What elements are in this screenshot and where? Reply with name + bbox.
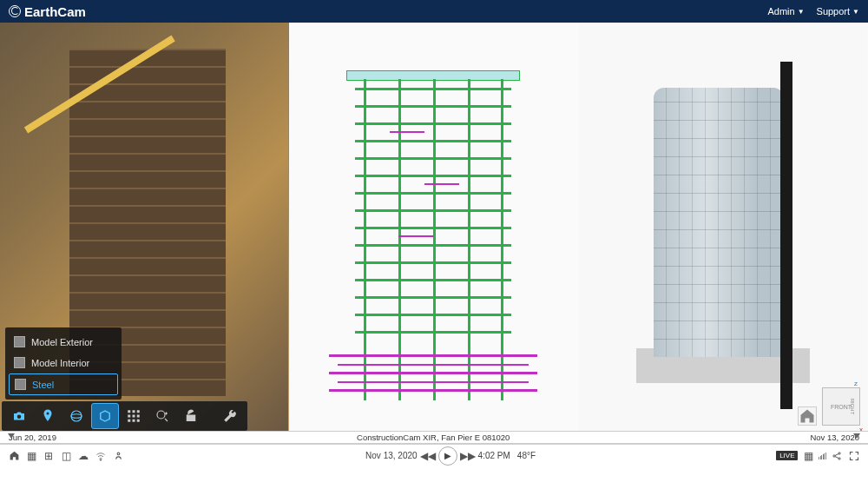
sphere-360-icon (69, 408, 84, 424)
target-plus-icon (155, 408, 170, 424)
camera-icon (11, 408, 27, 424)
home-button[interactable] (7, 449, 21, 463)
render-model (636, 62, 810, 392)
globe-icon (9, 5, 21, 17)
tool-camera-overlay[interactable] (5, 403, 33, 429)
svg-point-7 (838, 457, 840, 459)
layer-item-model-exterior[interactable]: Model Exterior (9, 332, 118, 352)
grid-icon (126, 408, 141, 424)
tool-unlock[interactable] (177, 403, 205, 429)
support-menu[interactable]: Support ▼ (817, 6, 859, 17)
svg-point-5 (833, 454, 835, 456)
cube-3d-icon (97, 408, 113, 424)
wifi-icon (95, 451, 106, 461)
svg-point-6 (838, 452, 840, 453)
control-bar: ▦ ⊞ ◫ ☁ Nov 13, 2020 ◀◀ ▶ ▶▶ 4:02 PM 48°… (0, 444, 868, 466)
grid-button[interactable]: ▦ (24, 449, 38, 463)
next-button[interactable]: ▶▶ (461, 449, 475, 463)
control-group-center: Nov 13, 2020 ◀◀ ▶ ▶▶ 4:02 PM 48°F (365, 446, 536, 466)
location-button[interactable] (111, 449, 125, 463)
layer-item-model-interior[interactable]: Model Interior (9, 353, 118, 373)
cube-icon (14, 357, 25, 368)
brand-logo[interactable]: EarthCam (9, 4, 86, 19)
signal-button[interactable] (94, 449, 108, 463)
svg-point-2 (157, 411, 165, 419)
timeline-bar[interactable]: Jun 20, 2019 ConstructionCam XIR, Fan Pi… (0, 431, 868, 444)
layer-panel: Model Exterior Model Interior Steel (5, 327, 122, 400)
home-icon (799, 407, 816, 425)
timeline-end-handle[interactable] (853, 433, 860, 439)
chevron-down-icon: ▼ (852, 8, 859, 16)
live-badge[interactable]: LIVE (776, 451, 798, 460)
svg-point-0 (71, 411, 82, 421)
map-pin-icon (40, 408, 56, 424)
cube-icon (15, 379, 26, 390)
timeline-end-label: Nov 13, 2020 (810, 433, 859, 442)
thumbnails-button[interactable]: ⊞ (42, 449, 56, 463)
bim-model (355, 53, 511, 400)
tool-map-pin[interactable] (34, 403, 62, 429)
main-viewport: z x FRONT RIGHT Model Exterior Model Int… (0, 23, 868, 431)
timeline-start-label: Jun 20, 2019 (9, 433, 56, 442)
admin-menu[interactable]: Admin ▼ (767, 6, 804, 17)
cloud-button[interactable]: ☁ (76, 449, 90, 463)
playback-time: 4:02 PM (478, 451, 510, 460)
expand-icon (849, 451, 859, 461)
view-home-button[interactable] (798, 406, 817, 426)
cube-icon (14, 336, 25, 347)
playback-date: Nov 13, 2020 (365, 451, 418, 460)
view-panel-render[interactable]: z x FRONT RIGHT (579, 23, 868, 431)
header-bar: EarthCam Admin ▼ Support ▼ (0, 0, 868, 23)
tool-360-view[interactable] (62, 403, 90, 429)
chevron-down-icon: ▼ (798, 8, 805, 16)
speed-indicator[interactable] (819, 453, 826, 459)
timeline-start-handle[interactable] (8, 433, 15, 439)
svg-point-4 (117, 453, 120, 455)
view-cube[interactable]: z x FRONT RIGHT (822, 387, 860, 426)
view-panel-bim[interactable] (289, 23, 578, 431)
brand-text: EarthCam (24, 4, 86, 19)
control-group-right: LIVE ▦ (776, 449, 861, 463)
timeline-camera-label: ConstructionCam XIR, Fan Pier E 081020 (357, 433, 510, 442)
prev-button[interactable]: ◀◀ (421, 449, 435, 463)
play-button[interactable]: ▶ (438, 446, 457, 466)
calendar-button[interactable]: ▦ (801, 449, 815, 463)
tool-grid[interactable] (120, 403, 148, 429)
layer-item-steel[interactable]: Steel (9, 373, 118, 395)
fullscreen-button[interactable] (847, 449, 861, 463)
home-icon (9, 450, 20, 461)
control-group-left: ▦ ⊞ ◫ ☁ (7, 449, 125, 463)
tool-add-marker[interactable] (148, 403, 176, 429)
svg-point-1 (71, 414, 82, 419)
share-icon (832, 451, 842, 461)
tool-settings[interactable] (216, 403, 244, 429)
view-toolbar (2, 401, 247, 431)
unlock-icon (183, 408, 199, 424)
person-pin-icon (114, 451, 123, 460)
wrench-icon (222, 408, 238, 424)
playback-temp: 48°F (517, 451, 536, 460)
share-button[interactable] (830, 449, 844, 463)
compare-button[interactable]: ◫ (59, 449, 73, 463)
tool-bim-model[interactable] (91, 403, 119, 429)
svg-point-3 (100, 459, 102, 460)
